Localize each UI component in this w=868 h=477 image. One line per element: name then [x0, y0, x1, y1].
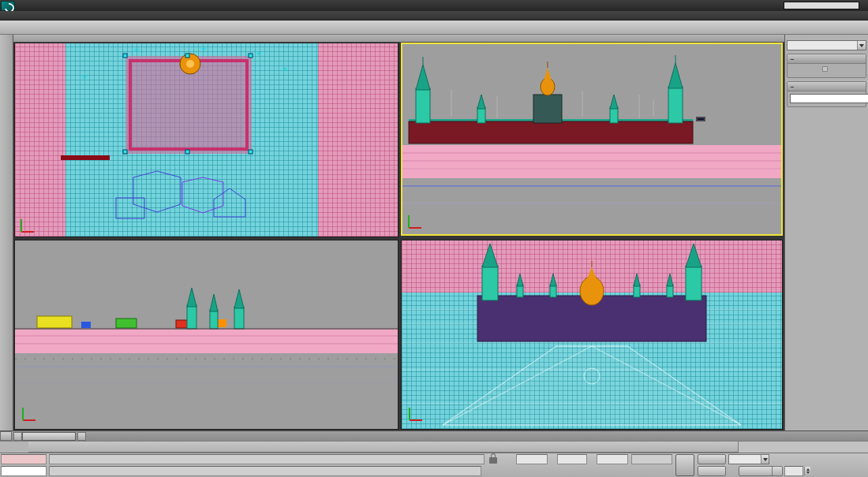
auto-key-button[interactable]	[698, 454, 726, 464]
dropdown-button[interactable]	[857, 41, 866, 50]
timeline-ruler[interactable]	[28, 441, 739, 453]
status-bar	[0, 453, 868, 477]
set-key-big-button[interactable]	[675, 454, 694, 476]
open-mini-curve-editor-button[interactable]	[0, 431, 12, 441]
previous-frame-arrow[interactable]	[13, 432, 22, 441]
camera-view-drawing	[402, 240, 782, 429]
viewport-area: ✳✳✳ ✳✳	[13, 35, 784, 430]
castle-side-towers	[187, 288, 244, 329]
autogrid-checkbox-row	[790, 66, 863, 72]
coord-z-field[interactable]	[597, 454, 628, 464]
chevron-down-icon	[859, 44, 864, 50]
castle-turret-1	[477, 95, 485, 123]
prompt-line	[49, 466, 481, 476]
camera-center-dome	[580, 261, 604, 305]
autogrid-checkbox[interactable]	[822, 66, 828, 72]
workspace: ✳✳✳ ✳✳	[0, 35, 868, 430]
app-logo-icon[interactable]	[1, 1, 15, 11]
svg-text:✳: ✳	[133, 47, 140, 54]
top-view-drawing: ✳✳✳ ✳✳	[15, 43, 398, 237]
frame-spinner[interactable]	[804, 467, 810, 475]
svg-text:✳: ✳	[282, 65, 288, 73]
infocenter-search-input[interactable]	[784, 2, 859, 9]
castle-tower-left	[416, 57, 430, 123]
dropdown-button[interactable]	[761, 455, 769, 464]
selected-set-dropdown[interactable]	[728, 454, 769, 464]
viewport-left[interactable]	[14, 240, 398, 430]
castle-tower-right	[668, 55, 683, 123]
name-color-rollout: −	[787, 81, 866, 107]
application-window: ✳✳✳ ✳✳	[0, 0, 868, 477]
key-mode-row	[772, 466, 783, 476]
viewport-camera[interactable]	[401, 240, 783, 430]
set-key-button[interactable]	[698, 466, 726, 476]
camera-tower-right	[686, 244, 702, 300]
camera-tower-left	[482, 244, 498, 300]
name-color-rollout-header[interactable]: −	[788, 82, 866, 91]
svg-text:✳: ✳	[256, 50, 262, 58]
castle-center-pavilion	[533, 61, 562, 123]
status-line	[49, 454, 485, 464]
object-type-rollout-header[interactable]: −	[788, 54, 866, 64]
viewport-area-top-strip	[13, 35, 784, 43]
viewport-front[interactable]	[401, 43, 783, 236]
time-slider-row	[0, 430, 868, 441]
current-frame-field[interactable]	[784, 466, 803, 476]
track-bar-left-pad	[0, 441, 28, 453]
collapse-icon: −	[788, 55, 797, 63]
object-type-rollout: −	[787, 54, 866, 78]
svg-text:✳: ✳	[200, 45, 207, 53]
selection-lock-icon[interactable]	[489, 457, 497, 464]
coord-x-field[interactable]	[516, 454, 548, 464]
docked-left-toolbar	[0, 35, 13, 430]
next-frame-arrow[interactable]	[77, 432, 86, 441]
left-view-drawing	[15, 240, 398, 429]
macro-recorder-pane[interactable]	[1, 454, 47, 464]
collapse-icon: −	[788, 83, 797, 91]
object-name-field[interactable]	[790, 94, 868, 103]
castle-turret-2	[610, 95, 618, 123]
menubar	[0, 11, 868, 20]
window-title	[24, 2, 781, 9]
front-view-drawing	[402, 44, 782, 234]
command-panel: − −	[784, 35, 868, 430]
chevron-down-icon	[763, 458, 768, 464]
svg-text:✳: ✳	[81, 73, 88, 81]
grid-size-display	[631, 454, 672, 464]
maxscript-mini-listener[interactable]	[1, 466, 47, 476]
time-slider-handle[interactable]	[22, 432, 76, 441]
track-bar-right-pad	[739, 441, 868, 453]
viewport-top[interactable]: ✳✳✳ ✳✳	[14, 43, 398, 237]
coord-y-field[interactable]	[557, 454, 587, 464]
titlebar	[0, 0, 868, 11]
key-mode-toggle-icon[interactable]	[772, 466, 783, 476]
main-toolbar	[0, 20, 868, 35]
object-name-tooltip	[698, 118, 704, 120]
primitive-category-dropdown[interactable]	[787, 40, 866, 50]
